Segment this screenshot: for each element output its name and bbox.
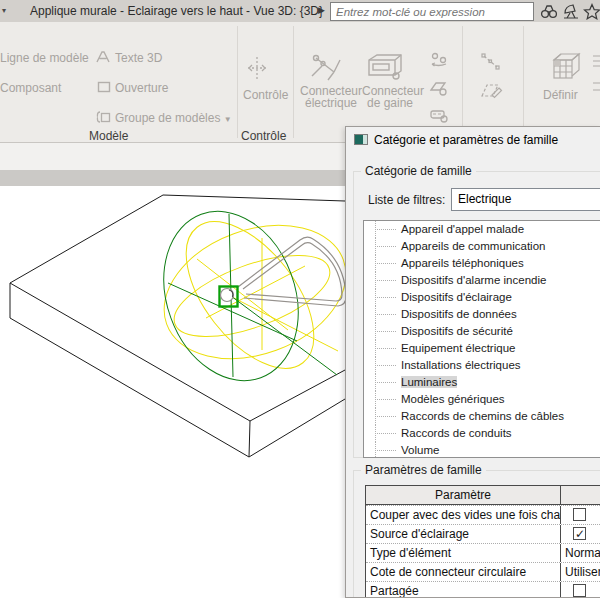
checkbox[interactable]	[573, 584, 586, 597]
text-3d-button[interactable]: Texte 3D	[115, 51, 162, 65]
electrical-connector-icon	[310, 50, 344, 82]
category-label: Luminaires	[401, 376, 457, 388]
binoculars-search-icon[interactable]	[540, 3, 558, 20]
table-row: Source d'éclairage	[366, 524, 600, 543]
category-item[interactable]: Modèles génériques	[364, 391, 600, 408]
cable-tray-connector-icon	[429, 51, 449, 69]
category-item[interactable]: Appareil d'appel malade	[364, 221, 600, 238]
category-item[interactable]: Volume	[364, 442, 600, 458]
table-row: Cote de connecteur circulaire Utiliser	[366, 562, 600, 581]
clipped-icon-fragment	[593, 54, 600, 68]
label-line2: de gaine	[367, 96, 413, 110]
group-label: Paramètres de famille	[361, 463, 486, 477]
parameter-name: Type d'élément	[366, 544, 561, 562]
search-input[interactable]	[330, 2, 534, 21]
dialog-title: Catégorie et paramètres de famille	[374, 133, 558, 147]
parameter-column-header: Paramètre	[366, 486, 561, 504]
model-line-button[interactable]: Ligne de modèle	[0, 51, 89, 65]
opening-icon	[96, 80, 112, 94]
model-group-button[interactable]: Groupe de modèles ▼	[115, 111, 232, 125]
category-item-selected[interactable]: Luminaires	[364, 374, 600, 391]
dialog-icon	[354, 134, 368, 145]
set-button[interactable]: Définir	[543, 88, 578, 102]
category-label: Equipement électrique	[401, 342, 515, 354]
electrical-connector-button[interactable]: Connecteur électrique	[298, 85, 364, 109]
revit-family-editor-window: ▾ Applique murale - Eclairage vers le ha…	[0, 0, 600, 598]
category-label: Modèles génériques	[401, 393, 505, 405]
checkbox[interactable]	[573, 508, 586, 521]
panel-separator	[237, 26, 238, 138]
category-label: Raccords de chemins de câbles	[401, 410, 564, 422]
duct-connector-button[interactable]: Connecteur de gaine	[362, 85, 418, 109]
selected-element-handle	[220, 287, 238, 307]
category-item[interactable]: Dispositifs de données	[364, 306, 600, 323]
category-label: Dispositifs de données	[401, 308, 517, 320]
category-listbox[interactable]: Appareil d'appel malade Appareils de com…	[363, 220, 600, 458]
quick-access-customize-icon[interactable]: ▾	[2, 6, 14, 16]
dialog-title-bar[interactable]: Catégorie et paramètres de famille	[346, 127, 600, 153]
category-label: Volume	[401, 444, 439, 456]
text-3d-icon	[95, 50, 111, 64]
component-button[interactable]: Composant	[0, 81, 61, 95]
duct-connector-icon	[365, 52, 405, 82]
communication-center-icon[interactable]	[562, 3, 580, 20]
parameter-name: Couper avec des vides une fois charg	[366, 506, 561, 524]
model-group-label: Groupe de modèles	[115, 111, 220, 125]
panel-label-control: Contrôle	[241, 129, 286, 143]
filter-list-label: Liste de filtres:	[368, 193, 445, 207]
parameter-name: Partagée	[366, 582, 561, 598]
ribbon: Ligne de modèle Composant Texte 3D Ouver…	[0, 22, 600, 143]
category-item[interactable]: Dispositifs d'alarme incendie	[364, 272, 600, 289]
reference-line-icon	[480, 52, 502, 72]
family-category-dialog: Catégorie et paramètres de famille Catég…	[345, 126, 600, 598]
category-item[interactable]: Raccords de chemins de câbles	[364, 408, 600, 425]
category-label: Dispositifs d'alarme incendie	[401, 274, 546, 286]
parameter-value	[561, 525, 600, 543]
table-row: Couper avec des vides une fois charg	[366, 505, 600, 524]
parameter-name: Source d'éclairage	[366, 525, 561, 543]
category-item[interactable]: Dispositifs d'éclairage	[364, 289, 600, 306]
group-label: Catégorie de famille	[361, 164, 476, 178]
conduit-connector-icon	[429, 79, 449, 97]
category-item[interactable]: Raccords de conduits	[364, 425, 600, 442]
model-group-icon	[96, 110, 112, 124]
family-parameters-group: Paramètres de famille Paramètre Couper a…	[353, 470, 600, 598]
category-label: Appareils téléphoniques	[401, 257, 524, 269]
wall-slab-wireframe	[10, 195, 345, 457]
checkbox[interactable]	[573, 527, 586, 540]
parameter-name: Cote de connecteur circulaire	[366, 563, 561, 581]
control-button[interactable]: Contrôle	[243, 88, 288, 102]
category-item[interactable]: Installations électriques	[364, 357, 600, 374]
table-row: Type d'élément Normal	[366, 543, 600, 562]
category-label: Dispositifs d'éclairage	[401, 291, 512, 303]
family-category-group: Catégorie de famille Liste de filtres: E…	[353, 171, 600, 458]
category-label: Raccords de conduits	[401, 427, 512, 439]
table-header-row: Paramètre	[366, 486, 600, 505]
opening-button[interactable]: Ouverture	[115, 81, 168, 95]
filter-list-combobox[interactable]: Electrique	[451, 188, 600, 211]
infocenter-expand-icon[interactable]: ▶	[318, 5, 325, 15]
table-row: Partagée	[366, 581, 600, 598]
control-icon	[245, 55, 269, 81]
pipe-connector-icon	[429, 106, 449, 124]
parameter-value[interactable]: Utiliser	[561, 563, 600, 581]
category-label: Dispositifs de sécurité	[401, 325, 513, 337]
category-item[interactable]: Appareils de communication	[364, 238, 600, 255]
value-column-header	[561, 486, 600, 504]
light-source-wireframe	[141, 192, 337, 399]
category-item[interactable]: Dispositifs de sécurité	[364, 323, 600, 340]
category-label: Appareils de communication	[401, 240, 545, 252]
chevron-down-icon: ▼	[224, 115, 232, 124]
window-title: Applique murale - Eclairage vers le haut…	[30, 4, 323, 18]
category-label: Appareil d'appel malade	[401, 223, 524, 235]
reference-plane-icon	[479, 80, 503, 102]
set-workplane-icon	[548, 50, 582, 84]
category-item[interactable]: Appareils téléphoniques	[364, 255, 600, 272]
panel-separator	[462, 26, 463, 138]
category-item[interactable]: Equipement électrique	[364, 340, 600, 357]
parameter-value	[561, 582, 600, 598]
family-parameters-table: Paramètre Couper avec des vides une fois…	[365, 485, 600, 598]
parameter-value[interactable]: Normal	[561, 544, 600, 562]
title-bar: ▾ Applique murale - Eclairage vers le ha…	[0, 0, 600, 22]
favorites-star-icon[interactable]	[583, 3, 600, 20]
